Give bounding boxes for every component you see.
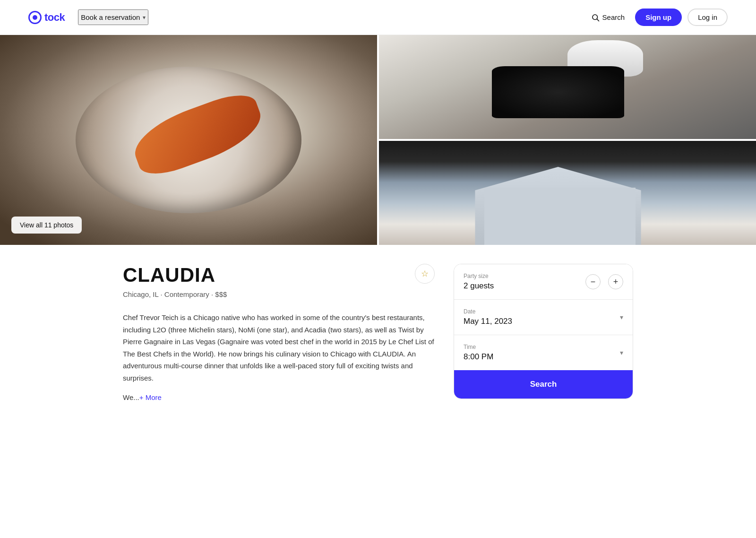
logo-icon: [28, 11, 42, 24]
logo-inner-dot: [33, 15, 37, 20]
time-value: 8:00 PM: [464, 352, 493, 362]
logo[interactable]: tock: [28, 11, 65, 24]
time-field[interactable]: Time 8:00 PM ▾: [454, 335, 633, 370]
pour-image: [379, 35, 756, 139]
party-controls: − +: [585, 274, 623, 289]
login-button[interactable]: Log in: [687, 9, 728, 26]
signup-button[interactable]: Sign up: [635, 9, 682, 26]
restaurant-meta: Chicago, IL · Contemporary · $$$: [123, 290, 435, 298]
restaurant-description: Chef Trevor Teich is a Chicago native wh…: [123, 312, 435, 384]
date-value: May 11, 2023: [464, 317, 512, 326]
book-reservation-chevron: ▾: [143, 14, 146, 21]
decrease-party-button[interactable]: −: [585, 274, 601, 289]
time-row: Time 8:00 PM ▾: [464, 344, 623, 362]
search-submit-button[interactable]: Search: [454, 370, 633, 399]
time-info: Time 8:00 PM: [464, 344, 493, 362]
search-icon: [591, 13, 600, 22]
read-more-prefix: We...: [123, 393, 139, 401]
date-label: Date: [464, 308, 512, 315]
photo-grid: View all 11 photos: [0, 35, 756, 245]
food-image: [0, 35, 377, 245]
party-size-row: Party size 2 guests − +: [464, 273, 623, 291]
date-field[interactable]: Date May 11, 2023 ▾: [454, 300, 633, 335]
time-chevron-icon: ▾: [620, 349, 623, 356]
time-label: Time: [464, 344, 493, 350]
favorite-button[interactable]: ☆: [415, 264, 435, 284]
building-image: [379, 141, 756, 245]
date-row: Date May 11, 2023 ▾: [464, 308, 623, 326]
restaurant-name: CLAUDIA: [123, 264, 406, 286]
search-label: Search: [602, 13, 625, 21]
book-reservation-label: Book a reservation: [81, 13, 140, 21]
logo-text: tock: [44, 11, 65, 24]
book-reservation-nav[interactable]: Book a reservation ▾: [78, 9, 148, 25]
photo-bottom-right: [379, 141, 756, 245]
booking-widget: Party size 2 guests − + Date May 11, 202…: [454, 264, 633, 399]
photo-top-right: [379, 35, 756, 139]
party-size-label: Party size: [464, 273, 494, 279]
read-more: We...+ More: [123, 393, 435, 401]
svg-line-1: [597, 19, 599, 21]
left-column: CLAUDIA ☆ Chicago, IL · Contemporary · $…: [123, 264, 435, 401]
header-left: tock Book a reservation ▾: [28, 9, 148, 25]
date-info: Date May 11, 2023: [464, 308, 512, 326]
party-size-value: 2 guests: [464, 281, 494, 291]
header: tock Book a reservation ▾ Search Sign up…: [0, 0, 756, 35]
header-right: Search Sign up Log in: [586, 9, 728, 26]
date-chevron-icon: ▾: [620, 313, 623, 321]
view-all-photos-button[interactable]: View all 11 photos: [11, 217, 82, 234]
main-photo: View all 11 photos: [0, 35, 377, 245]
increase-party-button[interactable]: +: [608, 274, 623, 289]
search-button[interactable]: Search: [586, 10, 630, 25]
main-content: CLAUDIA ☆ Chicago, IL · Contemporary · $…: [94, 245, 662, 420]
read-more-link[interactable]: + More: [139, 393, 162, 401]
name-row: CLAUDIA ☆: [123, 264, 435, 286]
party-size-field: Party size 2 guests − +: [454, 264, 633, 300]
star-icon: ☆: [421, 269, 429, 279]
party-size-info: Party size 2 guests: [464, 273, 494, 291]
